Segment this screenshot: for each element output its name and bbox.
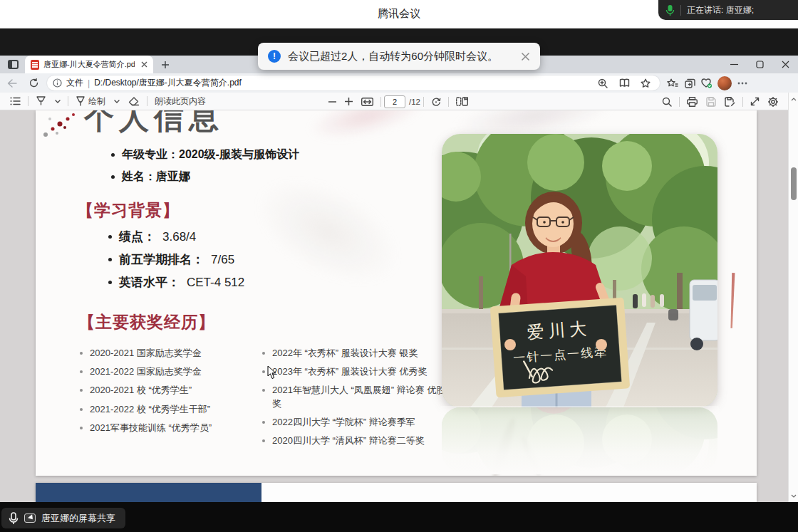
photo-reflection-fade <box>440 406 719 474</box>
draw-dropdown[interactable] <box>110 93 124 109</box>
pdf-toolbar: 绘制 朗读此页内容 <box>0 93 798 110</box>
study-label: 英语水平： <box>119 274 180 291</box>
meeting-bottombar: 唐亚娜的屏幕共享 <box>0 502 798 532</box>
award-item: 2022年 “衣秀杯” 服装设计大赛 银奖 <box>262 347 449 360</box>
awards-column-right: 2022年 “衣秀杯” 服装设计大赛 银奖 2023年 “衣秀杯” 服装设计大赛… <box>262 347 449 453</box>
page-number-input[interactable] <box>384 95 405 108</box>
award-text: 2020四川大学 “清风杯” 辩论赛二等奖 <box>272 434 425 447</box>
award-item: 2021军事技能训练 “优秀学员” <box>80 422 256 434</box>
awards-section-header: 【主要获奖经历】 <box>78 311 215 333</box>
info-icon[interactable] <box>53 78 62 88</box>
screen-share-label: 唐亚娜的屏幕共享 <box>41 512 115 525</box>
fit-to-width-button[interactable] <box>357 94 378 110</box>
award-text: 2020-2021 国家励志奖学金 <box>90 347 202 360</box>
award-item: 2021年智慧川大人 “凤凰展翅” 辩论赛 优胜奖 <box>262 384 449 410</box>
pdf-page-2: 个人信息 年级专业：2020级-服装与服饰设计 姓名：唐亚娜 【学习背景】 绩点… <box>36 110 757 476</box>
notification-close-icon[interactable] <box>521 52 530 61</box>
window-close-button[interactable] <box>772 56 798 73</box>
study-label: 前五学期排名： <box>119 251 204 268</box>
refresh-button[interactable] <box>24 75 43 91</box>
bullet-dot <box>80 389 83 392</box>
favorites-bar-icon[interactable] <box>664 75 681 91</box>
window-maximize-button[interactable] <box>747 56 772 73</box>
browser-essentials-icon[interactable] <box>698 75 715 91</box>
window-controls <box>721 56 798 73</box>
screen-share-indicator[interactable]: 唐亚娜的屏幕共享 <box>1 508 125 528</box>
study-section-header: 【学习背景】 <box>77 199 180 221</box>
bullet-dot <box>80 427 83 429</box>
notification-text: 会议已超过2人，自动转为60分钟限时会议。 <box>288 50 514 63</box>
pdf-page-controls: /12 <box>324 93 472 110</box>
search-document-button[interactable] <box>658 94 676 110</box>
meeting-app-title: 腾讯会议 <box>378 7 420 21</box>
info-alert-icon: ! <box>268 50 281 63</box>
address-path: D:/Desktop/唐亚娜-川大夏令营简介.pdf <box>94 77 242 89</box>
pdf-file-icon <box>31 60 39 70</box>
rotate-button[interactable] <box>427 94 445 110</box>
tab-workspaces-icon[interactable] <box>8 60 19 69</box>
zoom-out-button[interactable] <box>324 94 341 110</box>
petal-decoration <box>239 157 418 306</box>
tencent-meeting-window: 腾讯会议 正在讲话: 唐亚娜; 唐亚娜-川大夏令营简介.pdf <box>0 0 798 532</box>
page3-blue-block <box>36 483 261 502</box>
info-text: 年级专业：2020级-服装与服饰设计 <box>122 147 299 162</box>
pdf-settings-button[interactable] <box>764 94 782 110</box>
study-label: 绩点： <box>119 229 155 245</box>
presenter-photo: 爱川大 一针一点一线牵 <box>442 134 717 407</box>
award-text: 2021军事技能训练 “优秀学员” <box>90 422 212 434</box>
browser-address-bar: 文件 | D:/Desktop/唐亚娜-川大夏令营简介.pdf <box>0 73 798 93</box>
back-button[interactable] <box>3 75 21 91</box>
screen-share-icon <box>24 513 36 523</box>
browser-tab-active[interactable]: 唐亚娜-川大夏令营简介.pdf <box>25 56 153 73</box>
highlighter-button[interactable] <box>31 93 51 109</box>
bullet-dot <box>111 175 115 179</box>
info-item: 年级专业：2020级-服装与服饰设计 <box>111 147 299 162</box>
window-minimize-button[interactable] <box>721 56 747 73</box>
bullet-dot <box>108 258 112 261</box>
scrollbar-thumb[interactable] <box>791 167 797 200</box>
bullet-dot <box>262 439 265 442</box>
pdf-page-3-preview <box>36 483 757 502</box>
meeting-notification-banner: ! 会议已超过2人，自动转为60分钟限时会议。 <box>258 43 540 70</box>
address-scheme-label: 文件 <box>66 77 83 89</box>
eraser-button[interactable] <box>124 93 144 109</box>
highlighter-dropdown[interactable] <box>51 93 65 109</box>
read-aloud-button[interactable]: 朗读此页内容 <box>150 93 210 109</box>
fullscreen-button[interactable] <box>746 94 764 110</box>
favorite-star-icon[interactable] <box>637 75 654 91</box>
scrollbar-up-arrow[interactable] <box>789 94 798 104</box>
info-item: 姓名：唐亚娜 <box>111 169 190 184</box>
pdf-viewer-area[interactable]: 个人信息 年级专业：2020级-服装与服饰设计 姓名：唐亚娜 【学习背景】 绩点… <box>0 110 798 502</box>
collections-icon[interactable] <box>681 75 698 91</box>
new-tab-button[interactable] <box>157 57 173 73</box>
award-text: 2021-2022 国家励志奖学金 <box>90 365 202 378</box>
address-url-field[interactable]: 文件 | D:/Desktop/唐亚娜-川大夏令营简介.pdf <box>47 75 660 90</box>
draw-pen-icon[interactable]: 绘制 <box>71 93 110 109</box>
save-as-button[interactable] <box>720 94 740 110</box>
award-text: 2021年智慧川大人 “凤凰展翅” 辩论赛 优胜奖 <box>272 384 449 410</box>
browser-menu-icon[interactable] <box>734 75 751 91</box>
scrollbar-down-arrow[interactable] <box>789 491 798 501</box>
bullet-dot <box>262 370 265 373</box>
tab-close-button[interactable] <box>139 60 149 70</box>
profile-avatar[interactable] <box>717 76 732 90</box>
award-item: 2020-2021 国家励志奖学金 <box>80 347 256 360</box>
award-text: 2022四川大学 “学院杯” 辩论赛季军 <box>272 416 415 429</box>
pdf-scrollbar[interactable] <box>788 93 798 502</box>
page-view-button[interactable] <box>452 94 472 110</box>
zoom-page-icon[interactable] <box>594 75 611 91</box>
study-item: 绩点： 3.68/4 <box>108 229 196 245</box>
award-text: 2021-2022 校 “优秀学生干部” <box>90 403 210 416</box>
toc-button[interactable] <box>6 93 25 109</box>
bullet-dot <box>111 153 115 157</box>
zoom-in-button[interactable] <box>341 94 357 110</box>
info-text: 姓名：唐亚娜 <box>122 169 190 184</box>
award-text: 2023年 “衣秀杯” 服装设计大赛 优秀奖 <box>272 365 427 378</box>
red-calligraphy-stroke <box>730 273 736 328</box>
study-value: 7/65 <box>211 253 234 267</box>
pdf-action-buttons <box>658 93 782 110</box>
reader-mode-icon[interactable] <box>616 75 633 91</box>
read-aloud-label: 朗读此页内容 <box>155 95 206 108</box>
awards-column-left: 2020-2021 国家励志奖学金 2021-2022 国家励志奖学金 2020… <box>80 347 256 440</box>
print-button[interactable] <box>683 94 702 110</box>
